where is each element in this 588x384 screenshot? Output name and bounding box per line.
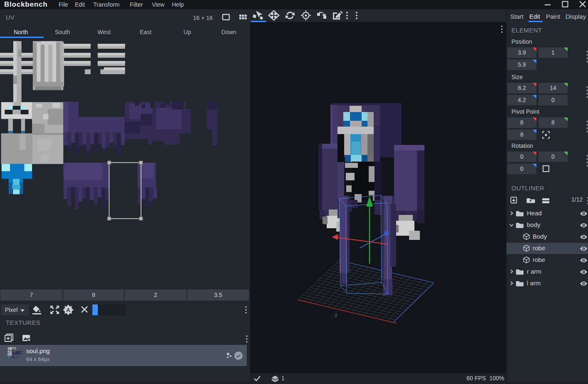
svg-text:∙z: ∙z <box>332 312 338 319</box>
svg-text:A: A <box>66 307 70 313</box>
